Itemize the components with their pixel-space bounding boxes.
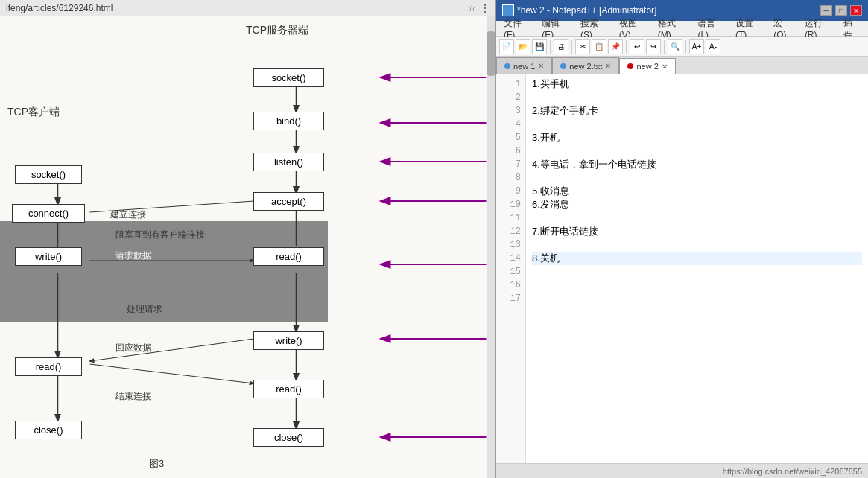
status-bar: https://blog.csdn.net/weixin_42067855	[496, 463, 868, 478]
zoom-in-button[interactable]: A+	[689, 39, 704, 54]
code-content[interactable]: 1.买手机 2.绑定个手机卡 3.开机 4.等电话，拿到一个电话链接 5.收消息…	[526, 74, 868, 463]
toolbar-sep3	[626, 40, 627, 54]
tab-new2txt-label: new 2.txt	[569, 62, 602, 71]
tab-new2[interactable]: new 2 ✕	[619, 58, 675, 74]
line-num-6: 6	[496, 144, 525, 158]
box-socket-server: socket()	[253, 68, 324, 87]
code-line-4	[532, 118, 862, 131]
label-qingqiushuju: 请求数据	[115, 249, 151, 262]
code-line-10: 6.发消息	[532, 198, 862, 211]
toolbar-sep1	[550, 40, 551, 54]
editor-area: 1 2 3 4 5 6 7 8 9 10 11 12 13 14 15 16 1…	[496, 74, 868, 463]
line-num-14: 14	[496, 252, 525, 265]
paste-button[interactable]: 📌	[608, 39, 623, 54]
copy-button[interactable]: 📋	[592, 39, 606, 54]
toolbar-sep5	[685, 40, 686, 54]
bookmark-icon[interactable]: ☆	[468, 3, 476, 13]
notepad-panel: *new 2 - Notepad++ [Administrator] ─ □ ✕…	[495, 0, 868, 478]
code-line-6	[532, 144, 862, 158]
line-num-9: 9	[496, 185, 525, 198]
box-read-server: read()	[253, 247, 324, 266]
save-button[interactable]: 💾	[532, 39, 547, 54]
box-bind: bind()	[253, 112, 324, 130]
code-line-17	[532, 292, 862, 305]
code-line-16	[532, 278, 862, 292]
code-line-1: 1.买手机	[532, 77, 862, 91]
label-jieshulianjie: 结束连接	[115, 390, 151, 403]
notepad-app-icon	[502, 4, 514, 16]
new-button[interactable]: 📄	[499, 39, 514, 54]
box-read-client: read()	[15, 357, 82, 376]
line-num-11: 11	[496, 211, 525, 225]
notepad-toolbar: 📄 📂 💾 🖨 ✂ 📋 📌 ↩ ↪ 🔍 A+ A-	[496, 37, 868, 57]
tab-new2txt[interactable]: new 2.txt ✕	[552, 57, 619, 74]
notepad-title-text: *new 2 - Notepad++ [Administrator]	[517, 5, 817, 16]
tab-new1[interactable]: new 1 ✕	[496, 57, 552, 74]
status-url: https://blog.csdn.net/weixin_42067855	[723, 467, 862, 476]
scroll-indicator[interactable]	[487, 16, 495, 478]
minimize-button[interactable]: ─	[820, 5, 832, 16]
code-line-13	[532, 238, 862, 252]
code-line-12: 7.断开电话链接	[532, 225, 862, 238]
print-button[interactable]: 🖨	[554, 39, 568, 54]
line-num-17: 17	[496, 292, 525, 305]
box-accept: accept()	[253, 192, 324, 211]
box-read-server2: read()	[253, 380, 324, 398]
tab-new1-close[interactable]: ✕	[538, 62, 544, 70]
box-socket-client: socket()	[15, 165, 82, 184]
line-num-8: 8	[496, 171, 525, 185]
browser-icons: ☆ ⋮	[468, 3, 490, 13]
figure-label: 图3	[149, 457, 164, 471]
box-close-client: close()	[15, 421, 82, 439]
notepad-menubar: 文件(F) 编辑(E) 搜索(S) 视图(V) 格式(M) 语言(L) 设置(T…	[496, 21, 868, 37]
redo-button[interactable]: ↪	[646, 39, 661, 54]
cut-button[interactable]: ✂	[575, 39, 590, 54]
tab-new1-label: new 1	[513, 62, 535, 71]
toolbar-sep4	[664, 40, 665, 54]
tab-new2-label: new 2	[636, 62, 658, 71]
scroll-thumb	[487, 31, 495, 76]
line-num-7: 7	[496, 158, 525, 171]
code-line-5: 3.开机	[532, 131, 862, 144]
box-connect: connect()	[12, 204, 85, 223]
label-huiyingshuju: 回应数据	[115, 342, 151, 354]
code-line-8	[532, 171, 862, 185]
tab-new2-close[interactable]: ✕	[662, 63, 668, 71]
toolbar-sep2	[571, 40, 572, 54]
code-line-15	[532, 265, 862, 278]
tcp-client-label: TCP客户端	[7, 106, 60, 119]
tabs-bar: new 1 ✕ new 2.txt ✕ new 2 ✕	[496, 57, 868, 74]
zoom-out-button[interactable]: A-	[706, 39, 720, 54]
line-num-1: 1	[496, 77, 525, 91]
menu-icon[interactable]: ⋮	[481, 3, 490, 13]
line-num-15: 15	[496, 265, 525, 278]
line-num-2: 2	[496, 91, 525, 104]
svg-line-14	[90, 339, 254, 361]
line-num-3: 3	[496, 104, 525, 118]
label-jianliananjie: 建立连接	[110, 208, 146, 221]
undo-button[interactable]: ↩	[630, 39, 644, 54]
box-write-server: write()	[253, 331, 324, 350]
line-num-16: 16	[496, 278, 525, 292]
line-num-4: 4	[496, 118, 525, 131]
code-line-11	[532, 211, 862, 225]
code-line-2	[532, 91, 862, 104]
line-num-10: 10	[496, 198, 525, 211]
box-listen: listen()	[253, 153, 324, 171]
left-panel: ifeng/articles/6129246.html ☆ ⋮	[0, 0, 495, 478]
open-button[interactable]: 📂	[516, 39, 530, 54]
diagram-area: TCP服务器端 TCP客户端 socket() bind() listen() …	[0, 16, 495, 478]
line-numbers: 1 2 3 4 5 6 7 8 9 10 11 12 13 14 15 16 1…	[496, 74, 526, 463]
code-line-7: 4.等电话，拿到一个电话链接	[532, 158, 862, 171]
svg-line-15	[90, 364, 254, 383]
code-line-3: 2.绑定个手机卡	[532, 104, 862, 118]
line-num-5: 5	[496, 131, 525, 144]
tab-new2txt-close[interactable]: ✕	[605, 62, 611, 70]
tcp-server-label: TCP服务器端	[246, 24, 308, 37]
code-line-14: 8.关机	[532, 252, 862, 265]
find-button[interactable]: 🔍	[668, 39, 682, 54]
label-zusai: 阻塞直到有客户端连接	[115, 229, 205, 241]
browser-url: ifeng/articles/6129246.html	[6, 3, 468, 13]
box-write-client: write()	[15, 247, 82, 266]
line-num-13: 13	[496, 238, 525, 252]
